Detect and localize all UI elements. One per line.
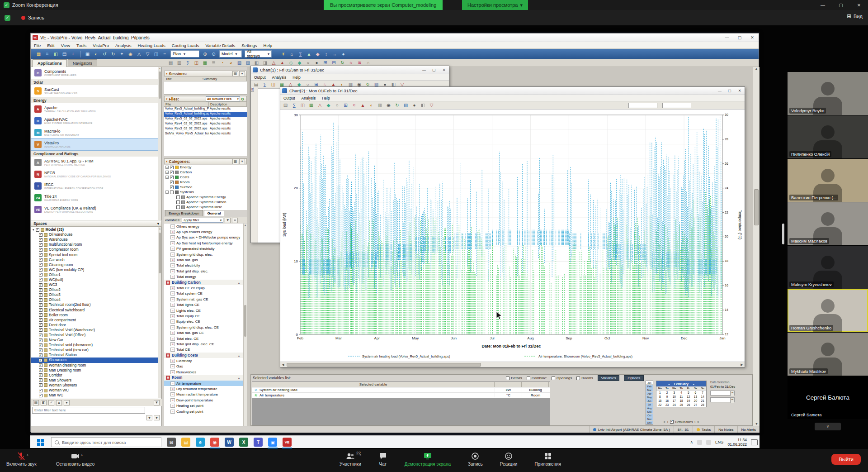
app-item-vistapro[interactable]: VVistaProADVANCED ANALYSIS: [31, 138, 158, 150]
month-apr[interactable]: Apr: [646, 392, 653, 396]
variable-section-building-costs[interactable]: ▦Building Costs▴: [164, 353, 243, 358]
participant-video-валентин-петренко[interactable]: Валентин Петренко (...: [788, 159, 868, 202]
checkbox[interactable]: [39, 278, 42, 281]
security-shield-icon[interactable]: ✓: [5, 15, 10, 21]
variable-row-total-elec-ce[interactable]: ≈Total elec. CE: [164, 336, 243, 341]
app-item-iecc[interactable]: IIECCINTERNATIONAL ENERGY CONSERVATION C…: [31, 180, 158, 192]
toolbar-icon[interactable]: ◫: [299, 102, 307, 109]
toolbar-icon[interactable]: △: [316, 102, 324, 109]
toolbar-icon[interactable]: ↕: [322, 51, 330, 57]
toolbar-icon[interactable]: ◫: [193, 59, 200, 66]
taskbar-ve-icon[interactable]: VE: [280, 436, 294, 448]
calendar-date[interactable]: 5: [685, 391, 692, 395]
category-row-apache-systems-carbon[interactable]: +Apache Systems Carbon: [164, 200, 247, 205]
app-item-necb[interactable]: NNECBNATIONAL ENERGY CODE OF CANADA FOR …: [31, 168, 158, 180]
chevron-up-icon[interactable]: ∧: [26, 453, 28, 457]
toolbar-icon[interactable]: ∑: [290, 102, 298, 109]
space-row-new-car[interactable]: New Car: [31, 338, 158, 343]
view-settings-button[interactable]: Настройки просмотра ▾: [462, 0, 528, 10]
toolbar-icon[interactable]: ●: [340, 51, 347, 57]
space-row-man-showers[interactable]: Man Showers: [31, 378, 158, 383]
app-item-ashrae-90-1-app-g-prm[interactable]: AASHRAE 90.1 App. G - PRMPERFORMANCE RAT…: [31, 157, 158, 168]
app-item-apache[interactable]: AApacheTHERMAL CALCULATION AND SIMULATIO…: [31, 103, 158, 115]
space-row-cleaning-room[interactable]: Cleaning room: [31, 262, 158, 267]
toolbar-icon[interactable]: ∑: [184, 59, 192, 66]
prev-icon[interactable]: ‹: [667, 420, 668, 424]
toolbar-icon[interactable]: ▣: [84, 51, 91, 57]
chart1-maximize-button[interactable]: ▢: [429, 67, 439, 74]
checkbox[interactable]: [39, 368, 42, 372]
toolbar-icon[interactable]: ▤: [282, 102, 289, 109]
toolbar-icon[interactable]: ◉: [385, 102, 392, 109]
variable-row-ap-sys-chillers-energy[interactable]: ≈Ap Sys chillers energy: [164, 229, 243, 234]
toolbar-icon[interactable]: ▥: [175, 59, 183, 66]
toolbar-icon[interactable]: ◆: [325, 102, 332, 109]
toolbar-icon[interactable]: ○: [304, 59, 312, 66]
space-row-front-door[interactable]: Front door: [31, 323, 158, 328]
participant-video-сергей-балюта[interactable]: Сергей БалютаСергей Балюта: [788, 376, 868, 419]
spaces-tool-icon[interactable]: ✓: [48, 400, 54, 405]
tab-energy-breakdown[interactable]: Energy Breakdown: [165, 210, 203, 216]
toolbar-icon[interactable]: △: [135, 51, 143, 57]
checkbox[interactable]: [39, 313, 42, 317]
toolbar-icon[interactable]: ▦: [201, 59, 209, 66]
menu-view[interactable]: View: [58, 43, 73, 48]
selected-variable-row[interactable]: ≋Air temperature°CRoom: [252, 393, 550, 398]
tray-chevron-icon[interactable]: ∧: [690, 440, 693, 444]
toolbar-icon[interactable]: ⌖: [118, 51, 126, 57]
chart-combo-box[interactable]: [628, 103, 657, 108]
app-item-suncast[interactable]: SSunCastSOLAR SHADING ANALYSIS: [31, 85, 158, 97]
variable-row-total-energy[interactable]: ≈Total energy: [164, 274, 243, 280]
calendar-date[interactable]: 14: [699, 395, 706, 399]
toolbar-icon[interactable]: ▽: [428, 102, 435, 109]
toolbar-icon[interactable]: ▤: [61, 51, 68, 57]
variable-row-renewables[interactable]: ≈Renewables: [164, 369, 243, 375]
variable-row-total-nat-gas-ce[interactable]: ≈Total nat. gas CE: [164, 330, 243, 335]
spaces-panel-header[interactable]: Spaces▾: [31, 220, 162, 227]
checkbox[interactable]: [170, 171, 174, 174]
variable-row-system-nat-gas-ce[interactable]: ≈System nat. gas CE: [164, 296, 243, 302]
button-options[interactable]: Options: [624, 375, 644, 381]
taskbar-file-explorer-icon[interactable]: ▤: [179, 436, 193, 448]
variable-row-air-temperature[interactable]: ≈Air temperature: [164, 381, 243, 386]
toolbar-icon[interactable]: ≣: [210, 59, 217, 66]
space-row-corridor[interactable]: Corridor: [31, 373, 158, 378]
toolbar-icon[interactable]: ▧: [402, 102, 410, 109]
status-notes[interactable]: No Notes: [714, 426, 737, 433]
space-row-man-wc[interactable]: Man WC: [31, 393, 158, 398]
unmute-button[interactable]: ∧ Включить звук: [4, 451, 39, 467]
toolbar-icon[interactable]: ⊕: [201, 51, 209, 57]
first-icon[interactable]: «: [664, 420, 665, 424]
calendar-date[interactable]: 15: [656, 399, 664, 403]
variable-row-total-system-ce[interactable]: ≈Total system CE: [164, 291, 243, 296]
month-aug[interactable]: Aug: [646, 406, 653, 410]
toolbar-icon[interactable]: ↻: [109, 51, 117, 57]
month-sep[interactable]: Sep: [646, 410, 653, 414]
checkbox[interactable]: [39, 293, 42, 297]
variable-section-building-carbon[interactable]: ▦Building Carbon▴: [164, 280, 243, 285]
checkbox[interactable]: [39, 348, 42, 352]
app-item-title-24[interactable]: 24Title 24CALIFORNIA ENERGY CODE: [31, 192, 158, 204]
variable-row-lights-elec-ce[interactable]: ≈Lights elec. CE: [164, 308, 243, 313]
space-row-compressor-room[interactable]: Compressor room: [31, 247, 158, 252]
participant-video-mykhailo-maslikov[interactable]: Mykhailo Maslikov: [788, 333, 868, 376]
app-item-macroflo[interactable]: MMacroFloMULTI-ZONE AIR MOVEMENT: [31, 127, 158, 138]
space-row-technical-void-warehouse[interactable]: Technical Void (Warehouse): [31, 328, 158, 333]
category-row-apache-systems-energy[interactable]: +Apache Systems Energy: [164, 195, 247, 200]
toolbar-icon[interactable]: ▤: [167, 59, 175, 66]
calendar-date[interactable]: 22: [656, 403, 664, 407]
space-row-woman-dressing-room[interactable]: Woman dressing room: [31, 363, 158, 368]
file-row[interactable]: Volvo_Rev5_Actual_building_Pilpanels.aps…: [164, 107, 247, 112]
stop-video-button[interactable]: ∧ Остановить видео: [53, 451, 97, 467]
chart1-minimize-button[interactable]: —: [419, 67, 429, 74]
calendar-date[interactable]: 9: [664, 395, 671, 399]
chart2-plot-area[interactable]: FebMarAprMayJunJulAugSepOctNovDecJan0102…: [280, 110, 745, 362]
files-header[interactable]: ▾Files: All Results Files ↻: [164, 96, 247, 102]
month-feb[interactable]: Feb: [646, 385, 653, 388]
checkbox[interactable]: [170, 176, 174, 179]
option-details[interactable]: Details: [506, 376, 522, 380]
toolbar-icon[interactable]: ∑: [297, 51, 304, 57]
menu-variable-details[interactable]: Variable Details: [202, 43, 238, 48]
sessions-header[interactable]: ▾Sessions: ▦▾: [164, 71, 247, 76]
toolbar-icon[interactable]: ◫: [152, 51, 160, 57]
